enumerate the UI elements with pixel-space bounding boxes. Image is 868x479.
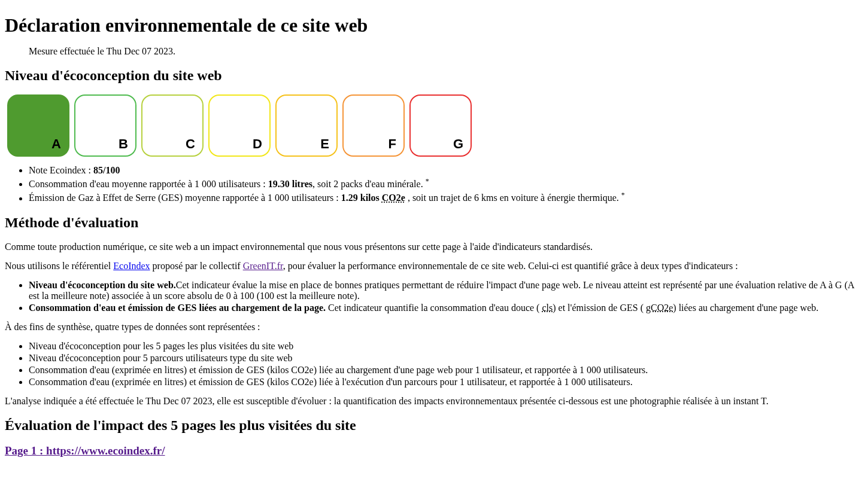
co2e-abbr: CO2e <box>382 193 405 203</box>
indicator-consumption: Consommation d'eau et émission de GES li… <box>29 303 863 313</box>
synthesis-intro: À des fins de synthèse, quatre types de … <box>5 322 863 332</box>
indicator-label: Consommation d'eau et émission de GES li… <box>29 303 326 313</box>
page1-heading: Page 1 : https://www.ecoindex.fr/ <box>5 444 863 457</box>
stat-value: 19.30 litres <box>268 179 312 189</box>
indicators-list: Niveau d'écoconception du site web.Cet i… <box>5 280 863 313</box>
section-methode-heading: Méthode d'évaluation <box>5 215 863 231</box>
gco2e-abbr: gCO2e <box>646 303 673 313</box>
data-types-list: Niveau d'écoconception pour les 5 pages … <box>5 341 863 388</box>
stat-water: Consommation d'eau moyenne rapportée à 1… <box>29 177 863 190</box>
grade-letter: D <box>253 136 262 152</box>
stat-suffix: , soit 2 packs d'eau minérale. <box>312 179 426 189</box>
grade-box-b: B <box>74 94 136 157</box>
measured-on-prefix: Mesure effectuée le <box>29 46 107 56</box>
ecoindex-link[interactable]: EcoIndex <box>113 261 150 271</box>
page1-link[interactable]: Page 1 : https://www.ecoindex.fr/ <box>5 444 165 457</box>
indicator-label: Niveau d'écoconception du site web. <box>29 280 176 290</box>
footnote-marker: * <box>426 177 429 185</box>
indicator-ecoconception: Niveau d'écoconception du site web.Cet i… <box>29 280 863 301</box>
stat-label: Émission de Gaz à Effet de Serre (GES) m… <box>29 193 341 203</box>
stat-value: 1.29 kilos CO2e <box>341 193 405 203</box>
measured-on-suffix: . <box>173 46 175 56</box>
list-item: Niveau d'écoconception pour 5 parcours u… <box>29 353 863 364</box>
cls-abbr: cls <box>542 303 553 313</box>
list-item: Consommation d'eau (exprimée en litres) … <box>29 365 863 376</box>
text: Nous utilisons le référentiel <box>5 261 113 271</box>
method-intro: Comme toute production numérique, ce sit… <box>5 242 863 252</box>
page-title: Déclaration environnementale de ce site … <box>5 14 863 36</box>
text: Cet indicateur quantifie la consommation… <box>326 303 542 313</box>
grade-box-e: E <box>275 94 338 157</box>
text: ) et l'émission de GES ( <box>553 303 646 313</box>
grade-letter: F <box>389 136 396 152</box>
stats-list: Note Ecoindex : 85/100 Consommation d'ea… <box>5 165 863 204</box>
text: , pour évaluer la performance environnem… <box>283 261 738 271</box>
section-eval-heading: Évaluation de l'impact des 5 pages les p… <box>5 417 863 434</box>
list-item: Niveau d'écoconception pour les 5 pages … <box>29 341 863 352</box>
stat-suffix: , soit un trajet de 6 kms en voiture à é… <box>405 193 621 203</box>
grade-letter: E <box>320 136 329 152</box>
grade-letter: A <box>51 136 61 152</box>
grade-letter: G <box>453 136 463 152</box>
text: proposé par le collectif <box>150 261 243 271</box>
measurement-date: Mesure effectuée le Thu Dec 07 2023. <box>29 46 839 57</box>
stat-label: Note Ecoindex : <box>29 165 93 175</box>
grade-letter: C <box>186 136 195 152</box>
eco-grade-scale: A B C D E F G <box>7 94 863 157</box>
stat-value: 85/100 <box>93 165 120 175</box>
grade-letter: B <box>119 136 128 152</box>
grade-box-f: F <box>342 94 405 157</box>
footnote-marker: * <box>621 191 625 199</box>
stat-ges: Émission de Gaz à Effet de Serre (GES) m… <box>29 191 863 203</box>
grade-box-g: G <box>409 94 472 157</box>
stat-label: Consommation d'eau moyenne rapportée à 1… <box>29 179 268 189</box>
grade-box-d: D <box>208 94 271 157</box>
analysis-note: L'analyse indiquée a été effectuée le Th… <box>5 396 863 407</box>
grade-box-a: A <box>7 94 69 157</box>
method-referentiel: Nous utilisons le référentiel EcoIndex p… <box>5 261 863 271</box>
grade-box-c: C <box>141 94 204 157</box>
text: ) liées au chargement d'une page web. <box>673 303 818 313</box>
section-niveau-heading: Niveau d'écoconception du site web <box>5 68 863 84</box>
measured-on-date: Thu Dec 07 2023 <box>107 46 174 56</box>
greenit-link[interactable]: GreenIT.fr <box>243 261 283 271</box>
stat-ecoindex: Note Ecoindex : 85/100 <box>29 165 863 176</box>
list-item: Consommation d'eau (exprimée en litres) … <box>29 377 863 388</box>
